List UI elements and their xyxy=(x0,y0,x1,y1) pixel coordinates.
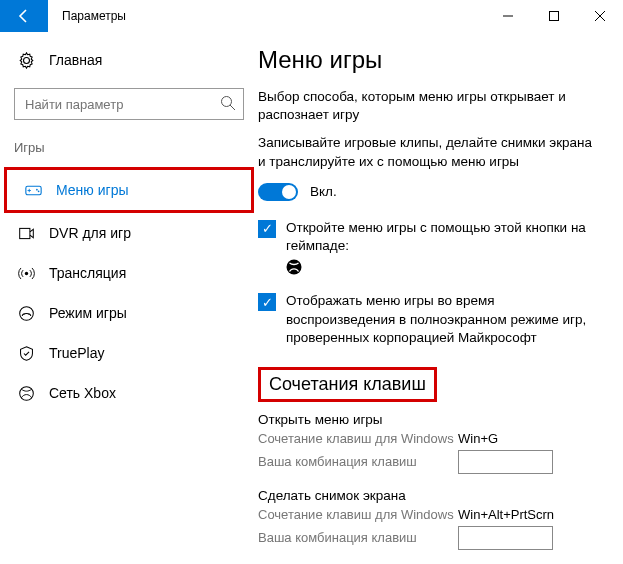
sidebar-item-xbox-network[interactable]: Сеть Xbox xyxy=(0,373,258,413)
page-desc-1: Выбор способа, которым меню игры открыва… xyxy=(258,88,601,124)
svg-point-16 xyxy=(20,386,34,400)
shortcuts-heading: Сочетания клавиш xyxy=(258,367,437,402)
svg-point-12 xyxy=(25,271,28,274)
shortcut-user-label: Ваша комбинация клавиш xyxy=(258,454,458,469)
shortcut-user-input-screenshot[interactable] xyxy=(458,526,553,550)
shortcut-windows-value: Win+G xyxy=(458,431,498,446)
svg-rect-11 xyxy=(20,228,30,238)
xbox-button-icon xyxy=(286,259,601,278)
toggle-label: Вкл. xyxy=(310,184,337,199)
xbox-network-icon xyxy=(18,385,35,402)
checkbox-fullscreen-label: Отображать меню игры во время воспроизве… xyxy=(286,292,601,347)
game-bar-toggle[interactable] xyxy=(258,183,298,201)
maximize-button[interactable] xyxy=(531,0,577,32)
svg-point-9 xyxy=(36,188,38,190)
shortcut-windows-label: Сочетание клавиш для Windows xyxy=(258,507,458,522)
page-desc-2: Записывайте игровые клипы, делайте снимк… xyxy=(258,134,601,170)
page-title: Меню игры xyxy=(258,46,601,74)
svg-point-15 xyxy=(28,313,29,314)
nav-label: Трансляция xyxy=(49,265,126,281)
close-button[interactable] xyxy=(577,0,623,32)
sidebar-item-dvr[interactable]: DVR для игр xyxy=(0,213,258,253)
back-button[interactable] xyxy=(0,0,48,32)
sidebar-home-label: Главная xyxy=(49,52,102,68)
svg-point-14 xyxy=(23,313,24,314)
shortcut-title: Сделать снимок экрана xyxy=(258,488,601,503)
shortcut-user-label: Ваша комбинация клавиш xyxy=(258,530,458,545)
search-icon xyxy=(220,95,236,115)
sidebar-category: Игры xyxy=(0,134,258,167)
window-title: Параметры xyxy=(48,9,485,23)
sidebar-home[interactable]: Главная xyxy=(0,40,258,80)
shortcut-title: Открыть меню игры xyxy=(258,412,601,427)
sidebar-highlight: Меню игры xyxy=(4,167,254,213)
nav-label: TruePlay xyxy=(49,345,105,361)
trueplay-icon xyxy=(18,345,35,362)
nav-label: Меню игры xyxy=(56,182,129,198)
checkbox-gamepad[interactable]: ✓ xyxy=(258,220,276,238)
svg-point-17 xyxy=(287,260,302,275)
checkbox-gamepad-label: Откройте меню игры с помощью этой кнопки… xyxy=(286,219,601,255)
svg-rect-1 xyxy=(550,12,559,21)
nav-label: DVR для игр xyxy=(49,225,131,241)
shortcut-windows-value: Win+Alt+PrtScrn xyxy=(458,507,554,522)
sidebar-item-game-mode[interactable]: Режим игры xyxy=(0,293,258,333)
shortcut-group-screenshot: Сделать снимок экрана Сочетание клавиш д… xyxy=(258,488,601,550)
game-bar-icon xyxy=(25,182,42,199)
svg-point-10 xyxy=(38,190,40,192)
nav-label: Режим игры xyxy=(49,305,127,321)
dvr-icon xyxy=(18,225,35,242)
minimize-button[interactable] xyxy=(485,0,531,32)
search-input[interactable] xyxy=(14,88,244,120)
sidebar-item-broadcast[interactable]: Трансляция xyxy=(0,253,258,293)
svg-line-5 xyxy=(230,105,235,110)
sidebar-item-game-bar[interactable]: Меню игры xyxy=(7,170,251,210)
broadcast-icon xyxy=(18,265,35,282)
sidebar-item-trueplay[interactable]: TruePlay xyxy=(0,333,258,373)
shortcut-windows-label: Сочетание клавиш для Windows xyxy=(258,431,458,446)
shortcut-group-open: Открыть меню игры Сочетание клавиш для W… xyxy=(258,412,601,474)
shortcut-user-input-open[interactable] xyxy=(458,450,553,474)
game-mode-icon xyxy=(18,305,35,322)
checkbox-fullscreen[interactable]: ✓ xyxy=(258,293,276,311)
gear-icon xyxy=(18,52,35,69)
nav-label: Сеть Xbox xyxy=(49,385,116,401)
